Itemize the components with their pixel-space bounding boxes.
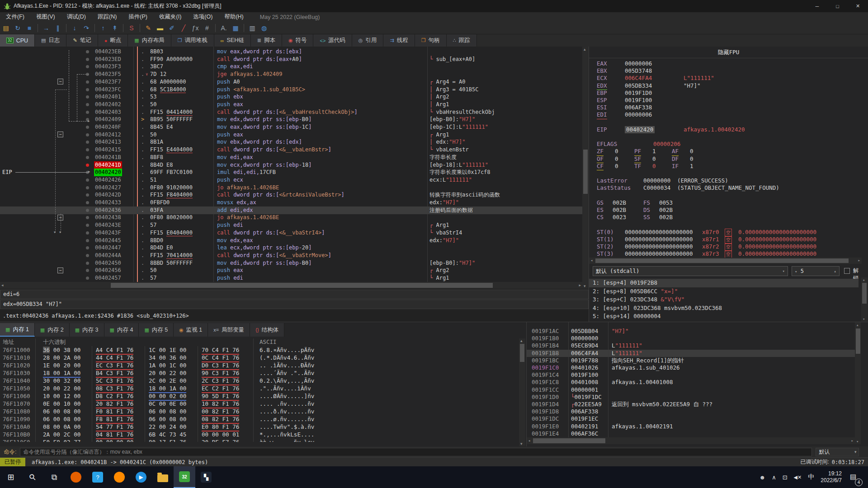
args-vscrollbar[interactable]: ▴▾	[861, 277, 868, 321]
register-line[interactable]	[589, 221, 860, 228]
tab-handles[interactable]: ❒句柄	[415, 34, 447, 47]
register-line[interactable]	[589, 133, 860, 141]
stack-hscrollbar[interactable]: ◂▸	[527, 437, 855, 444]
command-profile-select[interactable]: 默认 ▾	[816, 448, 859, 456]
dump-row[interactable]: 76F1103018 00 1A 00B4 C3 F1 7620 00 22 0…	[0, 369, 519, 377]
dump-row[interactable]: 76F1101028 00 2A 0044 C4 F1 7634 00 36 0…	[0, 354, 519, 361]
dump-row[interactable]: 76F1109006 00 08 00F8 81 F1 7606 00 08 0…	[0, 415, 519, 423]
stack-row[interactable]: 0019F1AC005DBB04"H7]"	[527, 328, 861, 335]
register-line[interactable]: ES002BDS002B	[589, 206, 860, 214]
tab-log[interactable]: ▤日志	[35, 34, 66, 47]
register-line[interactable]	[589, 119, 860, 126]
tray-chevron-icon[interactable]: ∧	[772, 474, 776, 481]
tab-dump-2[interactable]: ▦内存 2	[35, 323, 70, 337]
tab-memory-map[interactable]: ▦内存布局	[128, 34, 171, 47]
disasm-row[interactable]: 004023EB.8B03mov eax,dword ptr ds:[ebx]	[0, 48, 582, 56]
tab-cpu[interactable]: 32CPU	[0, 34, 35, 47]
firefox-icon[interactable]	[65, 466, 87, 488]
tab-call-stack[interactable]: ❐调用堆栈	[171, 34, 214, 47]
tab-seh[interactable]: ∞SEH链	[214, 34, 251, 47]
step-out-icon[interactable]: ↟	[109, 23, 121, 33]
disasm-row[interactable]: 0040242D.FF15 F8404000call dword ptr ds:…	[0, 191, 582, 199]
browser-360-icon[interactable]	[108, 466, 130, 488]
stack-row[interactable]: 0019F1D8006AF338	[527, 408, 861, 415]
disasm-row[interactable]: 0040240F.8B45 E4mov eax,dword ptr ss:[eb…	[0, 123, 582, 131]
register-line[interactable]: CS0023SS002B	[589, 214, 860, 221]
register-line[interactable]: EDX005DB334"H7]"	[589, 82, 860, 89]
register-line[interactable]: OF0SF0DF0	[589, 155, 860, 163]
register-line[interactable]: EIP00402420afkayas.1.00402420	[589, 126, 860, 133]
x32dbg-icon[interactable]: 32	[174, 466, 195, 488]
tab-notes[interactable]: ✎笔记	[66, 34, 98, 47]
menu-o[interactable]: 选项(O)	[187, 13, 218, 21]
pencil-icon[interactable]: ✎	[142, 23, 154, 33]
register-line[interactable]: ZF0PF1AF0	[589, 148, 860, 155]
disasm-vscrollbar[interactable]: ▴▾	[582, 47, 589, 289]
ime-indicator[interactable]: 中	[808, 473, 814, 481]
register-line[interactable]: ST(3)00000000000000000000x87r3空0.0000000…	[589, 250, 860, 258]
dump-row[interactable]: 76F1108006 00 08 00F0 81 F1 7606 00 08 0…	[0, 408, 519, 415]
dump-vscrollbar[interactable]: ▴▾	[519, 338, 525, 446]
register-line[interactable]: ST(1)00000000000000000000x87r1空0.0000000…	[589, 236, 860, 243]
tab-watch-1[interactable]: ◉监视 1	[174, 323, 208, 337]
register-line[interactable]	[589, 170, 860, 177]
tab-dump-4[interactable]: ▦内存 4	[104, 323, 139, 337]
tab-dump-1[interactable]: ▦内存 1	[0, 323, 35, 337]
notification-center-icon[interactable]: ▤ 4	[848, 466, 863, 488]
tab-threads[interactable]: ⇉线程	[383, 34, 415, 47]
dump-row[interactable]: 76F1100036 00 38 00A4 C4 F1 761C 00 1E 0…	[0, 346, 519, 354]
stack-row[interactable]: 0019F1DC0019F1EC	[527, 415, 861, 422]
arg-row[interactable]: 3: [esp+C] 023DC348 &"V\fV"	[589, 296, 859, 304]
disasm-row[interactable]: 0040244A.FF15 70414000call dword ptr ds:…	[0, 252, 582, 259]
arg-row[interactable]: 5: [esp+14] 00000004	[589, 312, 859, 321]
register-line[interactable]: EBX005D3748	[589, 67, 860, 75]
registers-hscrollbar[interactable]: ◂▸	[589, 258, 862, 264]
disasm-row[interactable]: 00402436.03FAadd edi,edx注册码后面的数据	[0, 206, 582, 214]
arg-count-spinner[interactable]: ▾ 5 ▴	[792, 266, 840, 276]
function-icon[interactable]: ƒx	[189, 23, 201, 33]
disasm-row[interactable]: 0040241D.8B4D E8mov ecx,dword ptr ss:[eb…	[0, 161, 582, 169]
pause-icon[interactable]: ∥	[52, 23, 64, 33]
comment-icon[interactable]: ▬	[154, 23, 166, 33]
stack-row[interactable]: 0019F1D4┌022EE5A9返回到 msvbvm50.022EE5A9 自…	[527, 401, 861, 408]
disassembly-panel[interactable]: 004023EB.8B03mov eax,dword ptr ds:[ebx]0…	[0, 47, 582, 282]
register-line[interactable]: EAX00000006	[589, 60, 860, 67]
step-over-icon[interactable]: ↷	[80, 23, 92, 33]
disasm-row[interactable]: 00402415.FF15 E4404000call dword ptr ds:…	[0, 146, 582, 154]
patch-icon[interactable]: S	[126, 23, 137, 33]
unlock-checkbox[interactable]	[844, 268, 850, 274]
restart-icon[interactable]: ↻	[12, 23, 24, 33]
register-line[interactable]: EDI00000006	[589, 111, 860, 118]
stack-row[interactable]: 0019F1C40019F100	[527, 371, 861, 379]
register-line[interactable]: EFLAGS00000206	[589, 141, 860, 148]
tab-trace[interactable]: ∴跟踪	[447, 34, 477, 47]
player-icon[interactable]: ▶	[130, 466, 152, 488]
tab-struct[interactable]: {}结构体	[250, 323, 284, 337]
dump-row[interactable]: 76F110700E 00 10 0020 82 F1 760C 00 0E 0…	[0, 400, 519, 408]
disasm-row[interactable]: 00402445.8BD0mov edx,eaxedx:"H7]"	[0, 237, 582, 244]
menu-v[interactable]: 视图(V)	[30, 13, 61, 21]
disasm-row[interactable]: 0040243F.FF15 E0404000call dword ptr ds:…	[0, 229, 582, 237]
minimize-button[interactable]: ─	[807, 0, 827, 12]
register-line[interactable]: ST(0)00000000000000000000x87r0空0.0000000…	[589, 229, 860, 236]
register-line[interactable]	[589, 192, 860, 199]
stack-row[interactable]: 0019F1C000401026afkayas.1.sub_401026	[527, 364, 861, 371]
register-line[interactable]: ECX006C4FA4L"111111"	[589, 75, 860, 82]
tab-source[interactable]: <>源代码	[313, 34, 352, 47]
command-input[interactable]	[20, 448, 812, 456]
disasm-row[interactable]: 00402450.8BBD 50FFFFFFmov edi,dword ptr …	[0, 259, 582, 267]
register-line[interactable]: ST(2)00000000000000000000x87r2空0.0000000…	[589, 243, 860, 250]
file-explorer-icon[interactable]	[152, 466, 174, 488]
disasm-row[interactable]: 00402438.0F80 80020000jo afkayas.1.4026B…	[0, 214, 582, 221]
people-icon[interactable]: ☻	[759, 474, 765, 481]
stack-row[interactable]: 0019F1E4006AF36C	[527, 430, 861, 437]
volume-muted-icon[interactable]: ◀✕	[794, 474, 802, 480]
register-line[interactable]: CF0TF0IF1	[589, 163, 860, 170]
stack-row[interactable]: 0019F1B000000000	[527, 335, 861, 342]
menu-f[interactable]: 文件(F)	[0, 13, 30, 21]
label-icon[interactable]: ✐	[166, 23, 178, 33]
maximize-button[interactable]: □	[827, 0, 848, 12]
menu-i[interactable]: 收藏夹(I)	[153, 13, 187, 21]
registers-panel[interactable]: 隐藏FPU EAX00000006EBX005D3748ECX006C4FA4L…	[589, 47, 868, 322]
open-file-icon[interactable]: ▤	[0, 23, 12, 33]
